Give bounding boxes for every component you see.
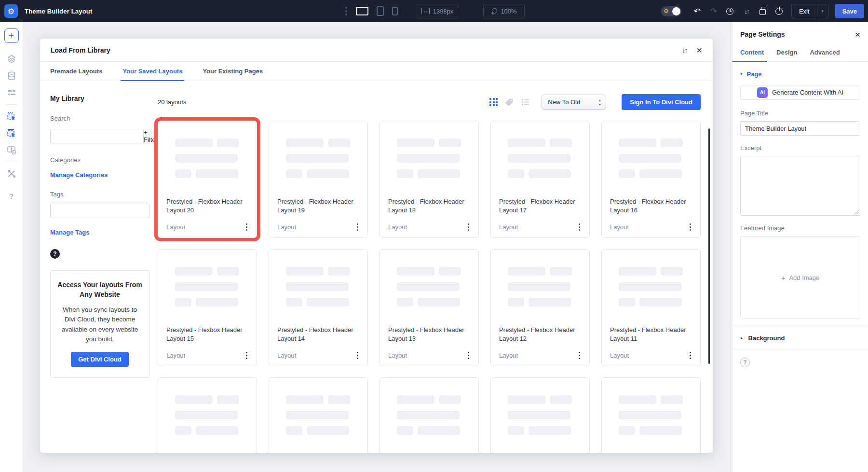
layout-card[interactable]: Prestyled - Flexbox Header Layout 12 Lay…	[490, 249, 590, 366]
layout-card-type: Layout	[166, 352, 185, 359]
sign-in-divi-cloud-button[interactable]: Sign In To Divi Cloud	[622, 94, 701, 110]
card-options-icon[interactable]	[244, 222, 250, 233]
layout-card[interactable]: Prestyled - Flexbox Header Layout 13 Lay…	[380, 249, 479, 366]
card-options-icon[interactable]	[465, 222, 472, 233]
layout-card[interactable]: Prestyled - Flexbox Header Layout 16 Lay…	[601, 121, 701, 238]
page-section-toggle[interactable]: ▾ Page	[740, 70, 860, 78]
placeholder-bar	[175, 267, 213, 276]
save-button[interactable]: Save	[835, 4, 864, 18]
tools-button[interactable]	[4, 167, 19, 181]
tags-input[interactable]	[50, 204, 149, 218]
layers-button[interactable]	[4, 52, 19, 66]
exit-dropdown-caret[interactable]: ▾	[817, 4, 828, 18]
layout-card[interactable]: Prestyled - Flexbox Header Layout 14 Lay…	[269, 249, 368, 366]
card-options-icon[interactable]	[576, 350, 583, 361]
grid-scrollbar[interactable]	[708, 128, 710, 364]
sidebar-help-button[interactable]: ?	[4, 189, 19, 203]
database-button[interactable]	[4, 69, 19, 83]
layout-thumbnail	[158, 121, 257, 195]
generate-content-ai-button[interactable]: AI Generate Content With AI	[740, 85, 860, 100]
exit-button[interactable]: Exit	[792, 8, 817, 15]
zoom-control[interactable]: 100%	[483, 4, 525, 18]
layout-card[interactable]: Prestyled - Flexbox Header Layout 15 Lay…	[158, 249, 257, 366]
library-help-button[interactable]: ?	[50, 249, 60, 259]
page-layouts-button[interactable]	[4, 143, 19, 157]
sidebar-divider	[6, 104, 17, 105]
categories-label: Categories	[50, 156, 158, 164]
select-arrows-icon: ▲▼	[598, 98, 601, 107]
layout-card[interactable]: Prestyled - Flexbox Header Layout 11 Lay…	[601, 249, 701, 366]
placeholder-bar	[661, 395, 683, 404]
sort-order-select[interactable]: New To Old ▲▼	[542, 95, 606, 110]
panel-title: Page Settings	[740, 30, 785, 38]
card-options-icon[interactable]	[687, 350, 694, 361]
layout-card[interactable]	[601, 377, 701, 453]
layout-card[interactable]: Prestyled - Flexbox Header Layout 18 Lay…	[380, 121, 479, 238]
card-options-icon[interactable]	[465, 350, 472, 361]
theme-mode-toggle[interactable]: ⚙	[661, 6, 681, 16]
placeholder-bar	[639, 169, 682, 178]
tag-view-icon[interactable]	[504, 97, 514, 107]
modal-sort-icon[interactable]: ↓↑	[682, 46, 687, 54]
page-title-input[interactable]	[740, 121, 860, 136]
insert-module-alt-button[interactable]	[4, 126, 19, 140]
placeholder-bar	[508, 154, 570, 163]
placeholder-bar	[397, 395, 434, 404]
question-mark-icon: ?	[743, 359, 746, 366]
viewport-width-control[interactable]: ↔ 1398px	[417, 4, 458, 18]
redo-button[interactable]: ↷	[705, 0, 722, 22]
add-image-button[interactable]: + Add Image	[740, 236, 860, 319]
manage-categories-link[interactable]: Manage Categories	[50, 171, 108, 179]
undo-button[interactable]: ↶	[689, 0, 705, 22]
card-options-icon[interactable]	[244, 350, 250, 361]
settings-help-button[interactable]: ?	[740, 358, 750, 367]
add-image-label: Add Image	[789, 274, 819, 281]
builder-settings-button[interactable]: ⚙	[4, 4, 18, 18]
tab-design[interactable]: Design	[776, 43, 797, 61]
card-options-icon[interactable]	[687, 222, 694, 233]
insert-module-button[interactable]	[4, 109, 19, 124]
chevron-right-icon: ▸	[741, 336, 743, 340]
list-view-icon[interactable]	[521, 97, 530, 107]
manage-tags-link[interactable]: Manage Tags	[50, 229, 89, 236]
layout-card[interactable]	[380, 377, 479, 453]
layout-card[interactable]: Prestyled - Flexbox Header Layout 20 Lay…	[158, 121, 257, 238]
wireframe-view-button[interactable]	[4, 85, 19, 100]
phone-view-icon[interactable]	[392, 7, 398, 15]
tab-premade-layouts[interactable]: Premade Layouts	[50, 62, 102, 81]
grid-view-icon[interactable]	[489, 98, 498, 106]
background-section-toggle[interactable]: ▸ Background	[732, 327, 868, 349]
tab-content[interactable]: Content	[740, 43, 764, 61]
add-module-button[interactable]: +	[4, 28, 19, 43]
tab-your-saved-layouts[interactable]: Your Saved Layouts	[122, 62, 182, 81]
card-options-icon[interactable]	[354, 350, 361, 361]
delete-button[interactable]	[755, 0, 771, 22]
modal-close-icon[interactable]: ×	[696, 45, 702, 55]
sidebar-divider	[6, 162, 17, 162]
layout-card[interactable]: Prestyled - Flexbox Header Layout 19 Lay…	[269, 121, 368, 238]
layout-card[interactable]	[158, 377, 257, 453]
layout-card[interactable]: Prestyled - Flexbox Header Layout 17 Lay…	[490, 121, 590, 238]
layout-card[interactable]	[269, 377, 368, 453]
layout-card-title: Prestyled - Flexbox Header Layout 16	[610, 197, 692, 215]
panel-close-icon[interactable]: ×	[855, 30, 860, 39]
card-options-icon[interactable]	[354, 222, 361, 233]
portability-button[interactable]	[771, 0, 787, 22]
get-divi-cloud-button[interactable]: Get Divi Cloud	[71, 352, 129, 367]
tablet-view-icon[interactable]	[377, 6, 384, 16]
card-options-icon[interactable]	[576, 222, 583, 233]
tab-advanced[interactable]: Advanced	[810, 43, 840, 61]
more-options-icon[interactable]	[345, 7, 347, 15]
placeholder-bar	[661, 267, 683, 276]
history-button[interactable]	[722, 0, 738, 22]
placeholder-bar	[286, 169, 302, 178]
layout-card[interactable]	[490, 377, 590, 453]
filter-button[interactable]: + Filter	[143, 129, 158, 143]
tab-your-existing-pages[interactable]: Your Existing Pages	[203, 62, 263, 81]
sort-layers-button[interactable]: ↓↑	[738, 0, 755, 22]
layout-thumbnail	[158, 250, 257, 324]
search-input[interactable]	[50, 129, 143, 143]
excerpt-textarea[interactable]	[740, 156, 860, 216]
desktop-view-icon[interactable]	[356, 7, 368, 15]
exit-button-group[interactable]: Exit ▾	[791, 4, 828, 18]
